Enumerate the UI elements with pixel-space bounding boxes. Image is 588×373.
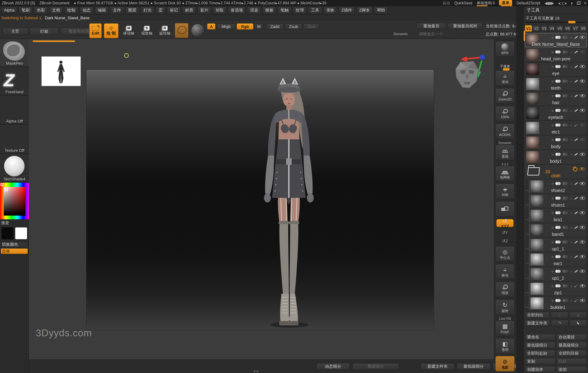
visibility-eye-icon[interactable] — [580, 65, 585, 68]
nav-transparent-button[interactable]: 透明 — [495, 338, 515, 354]
difference-toggle-icon[interactable] — [570, 94, 572, 98]
document-thumbnail[interactable] — [41, 56, 81, 86]
polypaint-toggle-icon[interactable] — [555, 65, 561, 68]
minimize-button[interactable] — [571, 1, 572, 5]
polypaint-toggle-icon[interactable] — [555, 240, 561, 244]
uv-toggle-icon[interactable] — [563, 270, 568, 273]
menu-item[interactable]: 拾取 — [213, 7, 226, 14]
subtool-row-hair[interactable]: hair — [525, 91, 587, 106]
drag-arrow-icon[interactable] — [552, 283, 553, 289]
rgb-button[interactable]: Rgb — [237, 23, 253, 30]
visibility-tab[interactable]: V1 — [525, 25, 532, 32]
m-button[interactable]: M — [255, 23, 263, 30]
document-viewport[interactable] — [86, 69, 434, 330]
polypaint-brush-icon[interactable] — [574, 270, 578, 273]
nav-subpixel-slider[interactable]: 子像素 — [495, 59, 515, 68]
ui-opacity-slider[interactable]: 界面透明 0 — [477, 1, 495, 6]
menu-item[interactable]: 绘制 — [64, 7, 78, 14]
adjust-last-button[interactable]: 调整最后一个 — [417, 31, 457, 37]
edit-button[interactable]: Edit — [89, 23, 102, 38]
menu-item[interactable]: 编辑 — [95, 7, 109, 14]
drag-arrow-icon[interactable] — [552, 108, 553, 113]
polypaint-toggle-icon[interactable] — [555, 94, 561, 97]
subtool-row-eye[interactable]: eye — [525, 62, 587, 77]
difference-toggle-icon[interactable] — [570, 269, 572, 274]
nav-bpr-button[interactable]: BPR — [495, 41, 515, 57]
polypaint-brush-icon[interactable] — [574, 109, 578, 112]
menu-item[interactable]: 笔刷 — [19, 7, 32, 14]
polypaint-brush-icon[interactable] — [574, 284, 578, 287]
dynamic-subdiv-button[interactable]: 动态细分 — [316, 363, 350, 370]
difference-toggle-icon[interactable] — [570, 108, 572, 113]
drag-arrow-icon[interactable] — [552, 93, 553, 99]
subtool-row-zip1[interactable]: zip1 — [529, 282, 587, 296]
polypaint-toggle-icon[interactable] — [555, 36, 561, 39]
polypaint-brush-icon[interactable] — [574, 182, 578, 185]
menu-item[interactable]: 影片 — [197, 7, 211, 14]
uv-toggle-icon[interactable] — [563, 124, 568, 127]
polypaint-toggle-icon[interactable] — [555, 80, 561, 83]
difference-toggle-icon[interactable] — [570, 225, 572, 230]
polypaint-brush-icon[interactable] — [574, 50, 578, 54]
nav-floor-grid-button[interactable]: x y z 地网格 — [495, 162, 515, 181]
visibility-tab[interactable]: V8 — [580, 25, 587, 32]
color-picker[interactable] — [0, 183, 29, 219]
uv-toggle-icon[interactable] — [563, 80, 568, 83]
drag-arrow-icon[interactable] — [552, 268, 553, 274]
zcut-button[interactable]: Zcut — [303, 23, 319, 30]
visibility-eye-icon[interactable] — [580, 255, 585, 258]
visibility-eye-icon[interactable] — [580, 182, 585, 185]
uv-toggle-icon[interactable] — [563, 226, 568, 229]
uv-toggle-icon[interactable] — [563, 138, 568, 141]
visibility-tab[interactable]: V7 — [572, 25, 579, 32]
menu-item[interactable]: 材质 — [182, 7, 196, 14]
nav-zoom2d-button[interactable]: Zoom2D — [495, 88, 515, 104]
difference-toggle-icon[interactable] — [570, 284, 572, 288]
menu-item[interactable]: 图层 — [125, 7, 139, 14]
subtool-row-cloth-folder[interactable]: 33 cloth — [525, 165, 587, 179]
folder-gear-icon[interactable] — [572, 166, 577, 171]
polypaint-brush-icon[interactable] — [574, 197, 578, 200]
menu-item[interactable]: 色彩 — [34, 7, 48, 14]
subtool-row-head-non-pore[interactable]: head_non pore — [525, 48, 587, 62]
drag-arrow-icon[interactable] — [552, 35, 553, 40]
material-picker[interactable]: SkinShade4 — [0, 154, 29, 183]
zadd-button[interactable]: Zadd — [266, 23, 284, 30]
drag-arrow-icon[interactable] — [552, 49, 553, 55]
nav-camera-lock-button[interactable] — [495, 201, 515, 217]
polypaint-toggle-icon[interactable] — [555, 182, 561, 185]
difference-toggle-icon[interactable] — [570, 254, 572, 259]
subtool-row-etc1[interactable]: etc1 — [525, 121, 587, 135]
texture-picker[interactable]: Texture Off — [0, 125, 29, 154]
subtool-row-shues2[interactable]: shues2 — [529, 179, 587, 193]
drag-arrow-icon[interactable] — [552, 254, 553, 259]
menu-item[interactable]: 笔触 — [278, 7, 291, 14]
rename-button[interactable]: 重命名 — [525, 334, 555, 340]
visibility-eye-icon[interactable] — [580, 284, 585, 287]
menu-item[interactable]: Alpha — [1, 7, 17, 14]
uv-toggle-icon[interactable] — [563, 240, 568, 244]
visibility-eye-icon[interactable] — [580, 109, 585, 112]
lightbox-button[interactable]: 灯箱 — [30, 28, 58, 35]
extract-button[interactable] — [551, 320, 568, 326]
dynamic-label[interactable]: Dynamic — [394, 32, 408, 36]
visibility-eye-icon[interactable] — [580, 270, 585, 273]
difference-toggle-icon[interactable] — [570, 240, 572, 245]
drag-arrow-icon[interactable] — [552, 181, 553, 186]
saturation-value-square[interactable] — [4, 187, 25, 216]
stroke-type-button[interactable] — [175, 23, 188, 38]
visibility-tab[interactable]: V2 — [533, 25, 540, 32]
drag-arrow-icon[interactable] — [552, 298, 553, 303]
uv-toggle-icon[interactable] — [563, 182, 568, 185]
auto-label[interactable]: 自动 — [442, 1, 450, 6]
menu-item[interactable]: 渲染 — [247, 7, 261, 14]
subtool-row-ear1[interactable]: ear1 — [529, 252, 587, 267]
polypaint-toggle-icon[interactable] — [555, 255, 561, 258]
menu-item[interactable]: 动态 — [80, 7, 93, 14]
menu-button[interactable]: 菜单 — [499, 0, 512, 6]
drag-arrow-icon[interactable] — [552, 78, 553, 84]
nav-rotate-y-button[interactable] — [495, 229, 515, 235]
difference-toggle-icon[interactable] — [570, 50, 572, 54]
menu-item[interactable]: Z脚本 — [356, 7, 373, 14]
nav-scroll-button[interactable]: 滚动 — [495, 70, 515, 86]
